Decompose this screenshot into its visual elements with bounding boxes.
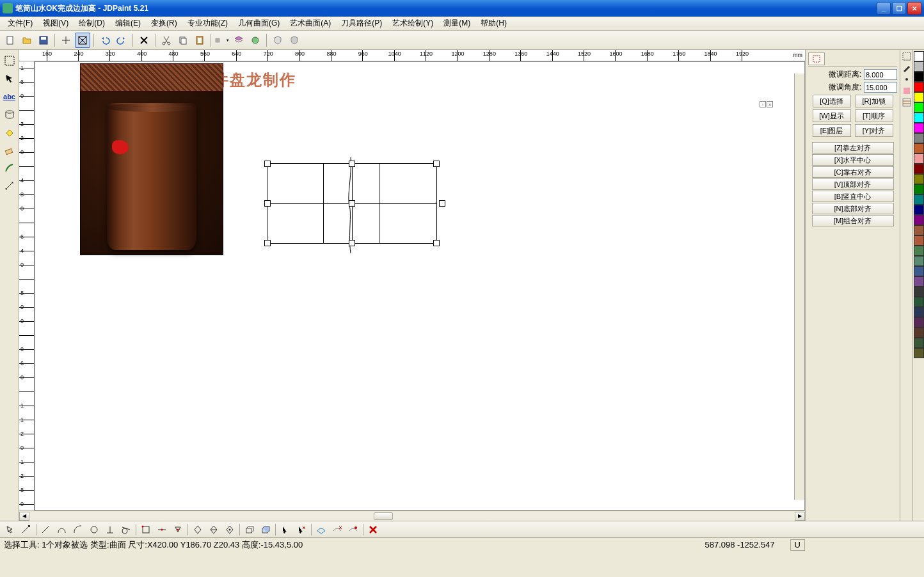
- color-swatch[interactable]: [914, 246, 924, 256]
- cut-button[interactable]: [159, 33, 174, 48]
- color-swatch[interactable]: [914, 317, 924, 328]
- menu-measure[interactable]: 测量(M): [438, 17, 475, 30]
- layer-button[interactable]: [E]图层: [813, 124, 851, 137]
- color-swatch[interactable]: [914, 102, 924, 113]
- color-swatch[interactable]: [914, 61, 924, 72]
- color-swatch[interactable]: [914, 338, 924, 348]
- color-swatch[interactable]: [914, 328, 924, 338]
- align-group-button[interactable]: [M]组合对齐: [812, 215, 894, 226]
- bt-snap-center-icon[interactable]: [170, 523, 186, 537]
- bt-diamond1-icon[interactable]: [190, 523, 205, 537]
- align-right-button[interactable]: [C]靠右对齐: [812, 166, 894, 178]
- bt-extrude2-icon[interactable]: [258, 523, 273, 537]
- order-button[interactable]: [T]顺序: [855, 109, 893, 122]
- color-swatch[interactable]: [914, 205, 924, 215]
- snap-button[interactable]: [58, 33, 74, 48]
- color-swatch[interactable]: [914, 256, 924, 266]
- arrow-tool-icon[interactable]: [1, 70, 18, 87]
- tool-select-all-icon[interactable]: [902, 51, 912, 61]
- bt-arc-icon[interactable]: [70, 523, 86, 537]
- menu-draw[interactable]: 绘制(D): [74, 17, 110, 30]
- bt-diamond3-icon[interactable]: [222, 523, 237, 537]
- bt-circle-icon[interactable]: [86, 523, 102, 537]
- menu-pro[interactable]: 专业功能(Z): [182, 17, 233, 30]
- bt-perp-icon[interactable]: [102, 523, 118, 537]
- resize-handle-sw[interactable]: [264, 240, 271, 246]
- select-rect-icon[interactable]: [1, 52, 18, 69]
- eraser-tool-icon[interactable]: [1, 142, 18, 159]
- fill-tool-icon[interactable]: [1, 124, 18, 141]
- new-file-button[interactable]: [3, 33, 18, 48]
- color-swatch[interactable]: [914, 82, 924, 92]
- resize-handle-ne[interactable]: [433, 161, 440, 167]
- resize-handle-e[interactable]: [439, 200, 445, 207]
- menu-transform[interactable]: 变换(R): [146, 17, 182, 30]
- bt-snap-mid-icon[interactable]: [154, 523, 170, 537]
- color-swatch[interactable]: [914, 92, 924, 102]
- layers-button[interactable]: [231, 33, 246, 48]
- bt-select-icon[interactable]: [3, 523, 18, 537]
- menu-toolpath[interactable]: 刀具路径(P): [336, 17, 387, 30]
- color-swatch[interactable]: [914, 348, 924, 358]
- color-swatch[interactable]: [914, 266, 924, 276]
- open-file-button[interactable]: [19, 33, 35, 48]
- menu-help[interactable]: 帮助(H): [475, 17, 512, 30]
- vertical-scrollbar[interactable]: [794, 74, 804, 500]
- nudge-distance-input[interactable]: [864, 69, 897, 80]
- scroll-right-icon[interactable]: ▶: [795, 512, 805, 521]
- color-swatch[interactable]: [914, 235, 924, 246]
- tool-hatch-icon[interactable]: [902, 97, 912, 107]
- maximize-button[interactable]: ❐: [892, 2, 906, 15]
- selected-object[interactable]: [267, 163, 437, 244]
- tool-pink-icon[interactable]: [902, 86, 912, 96]
- bt-tangent-icon[interactable]: [118, 523, 134, 537]
- align-hcenter-button[interactable]: [X]水平中心: [812, 154, 894, 166]
- color-swatch[interactable]: [914, 215, 924, 225]
- lock-button[interactable]: [R]加锁: [855, 95, 893, 107]
- bt-cursor-x-icon[interactable]: [294, 523, 309, 537]
- redo-button[interactable]: [114, 33, 129, 48]
- menu-file[interactable]: 文件(F): [3, 17, 38, 30]
- copy-button[interactable]: [175, 33, 191, 48]
- drawing-canvas[interactable]: 精雕软件盘龙制作: [35, 61, 805, 510]
- color-swatch[interactable]: [914, 184, 924, 194]
- resize-handle-w[interactable]: [264, 200, 271, 207]
- color-swatch[interactable]: [914, 133, 924, 143]
- panel-tab-transform[interactable]: [808, 52, 825, 65]
- save-file-button[interactable]: [36, 33, 51, 48]
- select-mode-button[interactable]: [Q]选择: [813, 95, 851, 107]
- minimize-button[interactable]: _: [877, 2, 891, 15]
- brush-tool-icon[interactable]: [1, 160, 18, 177]
- menu-art-draw[interactable]: 艺术绘制(Y): [387, 17, 438, 30]
- color-swatch[interactable]: [914, 276, 924, 287]
- nudge-angle-input[interactable]: [864, 82, 897, 93]
- bt-surface1-icon[interactable]: [314, 523, 329, 537]
- delete-button[interactable]: [136, 33, 152, 48]
- bt-snap-rect-icon[interactable]: [138, 523, 154, 537]
- menu-geom-surface[interactable]: 几何曲面(G): [233, 17, 285, 30]
- bt-surface3-icon[interactable]: [346, 523, 361, 537]
- close-button[interactable]: ✕: [907, 2, 921, 15]
- horizontal-scrollbar[interactable]: ◀ ▶: [19, 510, 805, 521]
- align-button[interactable]: [Y]对齐: [855, 124, 893, 137]
- dock-close-icon[interactable]: ×: [767, 101, 773, 107]
- color-swatch[interactable]: [914, 164, 924, 174]
- bt-diamond2-icon[interactable]: [206, 523, 221, 537]
- scroll-thumb[interactable]: [374, 512, 393, 520]
- color-swatch[interactable]: [914, 51, 924, 61]
- undo-button[interactable]: [97, 33, 113, 48]
- color-swatch[interactable]: [914, 225, 924, 235]
- shield1-button[interactable]: [270, 33, 285, 48]
- tool-node-icon[interactable]: [902, 74, 912, 84]
- bt-delete-red-icon[interactable]: [365, 523, 381, 537]
- dock-pin-icon[interactable]: ▫: [760, 101, 766, 107]
- horizontal-ruler[interactable]: mm 1602403204004805606407208008809601040…: [19, 50, 805, 61]
- select-mode-button[interactable]: ▾: [75, 33, 90, 48]
- color-swatch[interactable]: [914, 287, 924, 297]
- show-button[interactable]: [W]显示: [813, 109, 851, 122]
- resize-handle-s[interactable]: [349, 240, 355, 246]
- tool-pen-icon[interactable]: [902, 63, 912, 73]
- color-swatch[interactable]: [914, 174, 924, 184]
- paste-button[interactable]: [192, 33, 207, 48]
- menu-view[interactable]: 视图(V): [38, 17, 74, 30]
